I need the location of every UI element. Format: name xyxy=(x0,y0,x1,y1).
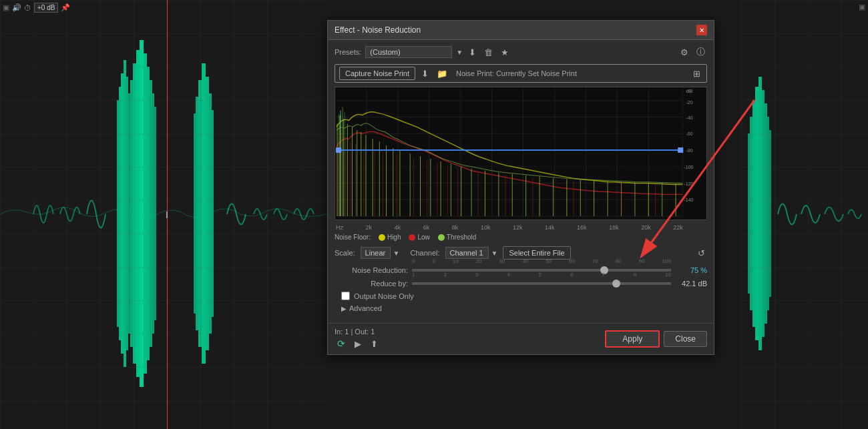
dialog-footer: In: 1 | Out: 1 ⟳ ▶ ⬆ Apply Close xyxy=(328,323,714,354)
waveform-left: I xyxy=(0,0,327,429)
info-button[interactable]: ⓘ xyxy=(694,45,707,59)
spectrum-display: dB -20 -40 -60 -80 -100 -120 -140 xyxy=(335,87,707,220)
svg-rect-2 xyxy=(121,73,124,354)
noise-print-status: Noise Print: Currently Set Noise Print xyxy=(456,69,577,77)
output-noise-label: Output Noise Only xyxy=(354,292,414,300)
noise-reduction-dialog: Effect - Noise Reduction ✕ Presets: (Cus… xyxy=(327,20,714,355)
play-button[interactable]: ▶ xyxy=(352,338,364,350)
load-noise-print-button[interactable]: 📁 xyxy=(435,68,449,79)
noise-reduction-value: 75 % xyxy=(675,266,707,274)
output-noise-checkbox[interactable] xyxy=(341,292,350,300)
capture-noise-print-button[interactable]: Capture Noise Print xyxy=(339,67,415,80)
channel-select[interactable]: Channel 1 xyxy=(445,247,489,259)
legend-noise-floor-label: Noise Floor: xyxy=(335,234,371,241)
export-button[interactable]: ⬆ xyxy=(368,338,381,350)
reset-button[interactable]: ↺ xyxy=(696,248,707,259)
svg-rect-22 xyxy=(748,133,750,294)
timer-icon: ⏱ xyxy=(24,4,31,12)
svg-rect-27 xyxy=(762,90,765,337)
svg-rect-7 xyxy=(133,63,136,364)
save-noise-print-button[interactable]: ⬇ xyxy=(419,68,431,79)
legend-low: Low xyxy=(409,234,429,241)
select-entire-file-button[interactable]: Select Entire File xyxy=(503,246,570,260)
corner-icon-tr: ▣ xyxy=(859,3,865,11)
svg-rect-5 xyxy=(128,93,130,334)
presets-select[interactable]: (Custom) xyxy=(365,46,452,58)
reduce-by-value: 42.1 dB xyxy=(675,280,707,288)
svg-text:dB: dB xyxy=(686,88,692,94)
svg-rect-11 xyxy=(147,67,150,360)
presets-select-arrow: ▼ xyxy=(456,49,463,56)
reduce-by-slider-container: 1234567810 xyxy=(412,278,671,289)
svg-rect-9 xyxy=(140,40,144,387)
reduce-by-slider[interactable] xyxy=(412,282,671,285)
svg-text:-80: -80 xyxy=(686,148,692,153)
svg-rect-112 xyxy=(678,147,683,153)
svg-rect-14 xyxy=(154,107,156,320)
legend-threshold: Threshold xyxy=(438,234,476,241)
waveform-svg-right xyxy=(741,0,868,429)
svg-rect-6 xyxy=(130,80,133,347)
svg-rect-1 xyxy=(119,87,121,340)
svg-rect-21 xyxy=(212,110,214,317)
footer-transport-controls: ⟳ ▶ ⬆ xyxy=(335,337,381,350)
controls-row: Scale: Linear ▼ Channel: Channel 1 ▼ Sel… xyxy=(335,246,707,260)
svg-rect-0 xyxy=(117,100,119,327)
dialog-titlebar: Effect - Noise Reduction ✕ xyxy=(328,21,714,40)
frequency-scale: Hz 2k 4k 6k 8k 10k 12k 14k 16k 18k 20k 2… xyxy=(335,224,707,231)
svg-rect-12 xyxy=(150,80,152,347)
spectrum-svg: dB -20 -40 -60 -80 -100 -120 -140 xyxy=(335,87,706,220)
svg-rect-111 xyxy=(336,147,341,153)
legend-high-label: High xyxy=(387,234,401,241)
legend-high: High xyxy=(379,234,401,241)
svg-text:-20: -20 xyxy=(686,100,692,105)
advanced-label: Advanced xyxy=(349,304,382,312)
legend-row: Noise Floor: High Low Threshold xyxy=(335,234,707,241)
settings-button[interactable]: ⚙ xyxy=(678,47,690,58)
svg-rect-4 xyxy=(126,77,128,350)
svg-rect-13 xyxy=(152,93,154,334)
waveform-right: ▣ xyxy=(741,0,868,429)
download-preset-button[interactable]: ⬇ xyxy=(467,47,478,58)
svg-rect-10 xyxy=(144,53,147,374)
svg-rect-15 xyxy=(194,113,196,314)
svg-text:-40: -40 xyxy=(686,115,692,120)
pin-icon: 📌 xyxy=(61,3,70,12)
svg-rect-28 xyxy=(765,103,767,324)
svg-rect-19 xyxy=(206,77,209,350)
corner-icon-tl: ▣ xyxy=(3,3,9,12)
footer-action-buttons: Apply Close xyxy=(605,330,707,348)
legend-low-label: Low xyxy=(417,234,429,241)
channel-label: Channel: xyxy=(410,249,439,257)
svg-rect-16 xyxy=(196,97,198,330)
svg-text:-120: -120 xyxy=(684,181,693,186)
dialog-body: Presets: (Custom) ▼ ⬇ 🗑 ★ ⚙ ⓘ Capture No… xyxy=(328,40,714,323)
legend-high-dot xyxy=(379,234,385,241)
volume-icon: 🔊 xyxy=(12,3,21,12)
expand-spectrum-button[interactable]: ⊞ xyxy=(691,68,702,79)
loop-button[interactable]: ⟳ xyxy=(335,337,348,350)
advanced-row[interactable]: ▶ Advanced xyxy=(341,304,707,312)
svg-rect-23 xyxy=(750,117,752,310)
svg-rect-3 xyxy=(124,60,126,367)
legend-threshold-label: Threshold xyxy=(447,234,476,241)
close-dialog-button[interactable]: ✕ xyxy=(696,25,707,35)
svg-rect-25 xyxy=(755,87,758,340)
advanced-expand-icon: ▶ xyxy=(341,305,347,312)
reduce-by-label: Reduce by: xyxy=(335,280,408,288)
delete-preset-button[interactable]: 🗑 xyxy=(482,47,495,58)
svg-text:-100: -100 xyxy=(684,165,693,169)
svg-rect-18 xyxy=(202,63,206,364)
output-noise-row: Output Noise Only xyxy=(341,292,707,300)
reduce-by-row: Reduce by: 1234567810 42.1 dB xyxy=(335,278,707,289)
presets-label: Presets: xyxy=(335,48,361,56)
legend-threshold-dot xyxy=(438,234,445,241)
apply-button[interactable]: Apply xyxy=(605,330,660,348)
close-button[interactable]: Close xyxy=(664,331,707,347)
scale-select[interactable]: Linear xyxy=(361,247,391,259)
svg-text:-60: -60 xyxy=(686,131,692,136)
svg-text:-140: -140 xyxy=(684,197,693,202)
io-text: In: 1 | Out: 1 xyxy=(335,328,381,336)
favorite-preset-button[interactable]: ★ xyxy=(499,47,511,58)
svg-rect-8 xyxy=(136,50,140,377)
